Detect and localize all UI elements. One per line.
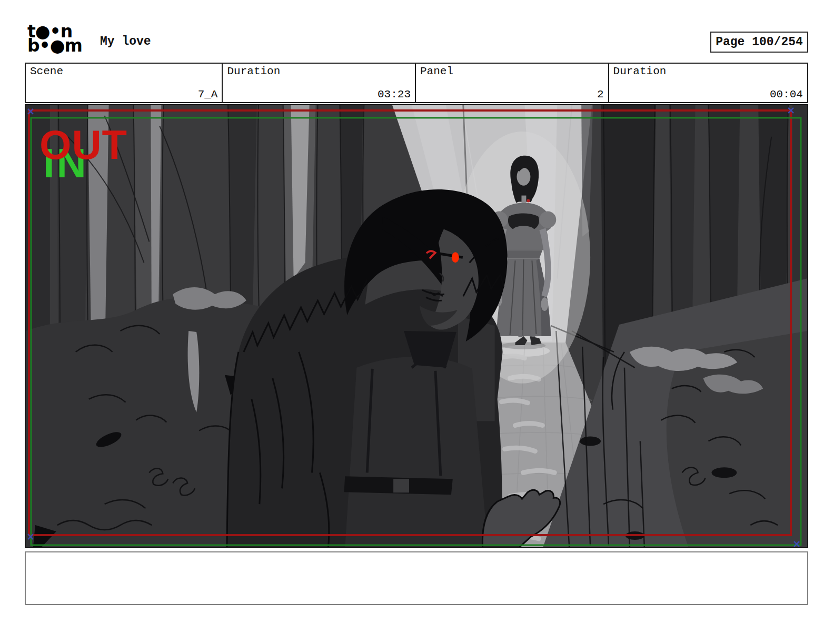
man-red-eye	[452, 252, 459, 263]
caption-box	[25, 551, 808, 605]
page-number-box: Page 100/254	[710, 32, 808, 53]
storyboard-drawing: IN OUT	[26, 105, 807, 547]
toonboom-logo-line2: b•●m	[27, 35, 82, 56]
camera-out-label: OUT	[39, 122, 127, 167]
scene-duration-label: Duration	[227, 65, 280, 77]
scene-label: Scene	[30, 65, 63, 77]
panel-duration-label: Duration	[613, 65, 667, 77]
scene-duration-cell: Duration 03:23	[222, 64, 415, 102]
project-title: My love	[100, 35, 151, 48]
storyboard-page: t●•nb•●m My love Page 100/254 Scene 7_A …	[0, 0, 834, 644]
woman-neck-red-mark	[527, 199, 530, 203]
panel-number-value: 2	[597, 88, 604, 100]
scene-cell: Scene 7_A	[26, 64, 222, 102]
man-chest	[345, 357, 488, 547]
scene-duration-value: 03:23	[378, 88, 411, 100]
panel-duration-cell: Duration 00:04	[608, 64, 807, 102]
storyboard-panel: IN OUT	[25, 104, 808, 548]
panel-number-label: Panel	[420, 65, 453, 77]
panel-number-cell: Panel 2	[415, 64, 608, 102]
panel-duration-value: 00:04	[770, 88, 803, 100]
metadata-table: Scene 7_A Duration 03:23 Panel 2 Duratio…	[25, 63, 808, 103]
scene-value: 7_A	[198, 88, 218, 100]
toonboom-logo: t●•nb•●m	[27, 24, 82, 53]
